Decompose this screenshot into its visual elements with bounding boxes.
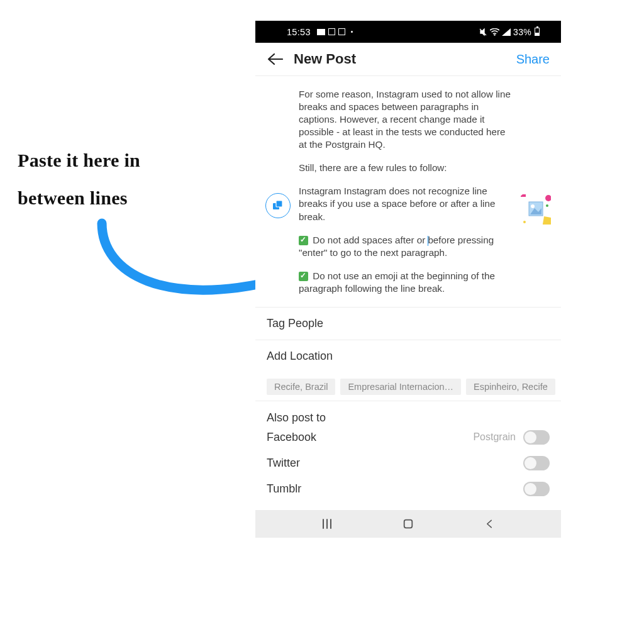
phone-frame: 15:53 33% New Post Share For so bbox=[255, 21, 561, 538]
caption-area[interactable]: For some reason, Instagram used to not a… bbox=[255, 76, 561, 308]
page-title: New Post bbox=[294, 51, 516, 67]
signal-icon bbox=[502, 28, 511, 36]
caption-p3: Instagram Instagram does not recognize l… bbox=[299, 185, 516, 223]
status-time: 15:53 bbox=[287, 27, 311, 37]
cross-post-facebook: Facebook Postgrain bbox=[255, 425, 561, 450]
location-chip[interactable]: Empresarial Internacion… bbox=[340, 379, 461, 395]
screen-icon bbox=[328, 28, 335, 35]
cross-post-tumblr: Tumblr bbox=[255, 476, 561, 502]
cross-post-label: Facebook bbox=[267, 431, 473, 444]
battery-pct: 33% bbox=[513, 27, 531, 37]
svg-rect-10 bbox=[404, 520, 413, 528]
tag-people-label: Tag People bbox=[267, 317, 323, 330]
cross-post-label: Twitter bbox=[267, 457, 523, 470]
back-icon[interactable] bbox=[483, 518, 496, 530]
location-chip[interactable]: Espinheiro, Recife bbox=[466, 379, 555, 395]
svg-rect-7 bbox=[543, 216, 551, 225]
check-icon bbox=[299, 236, 308, 245]
cross-post-label: Tumblr bbox=[267, 482, 523, 496]
wifi-icon bbox=[490, 28, 499, 36]
app-header: New Post Share bbox=[255, 43, 561, 76]
status-left: 15:53 bbox=[287, 27, 353, 37]
cross-post-twitter: Twitter bbox=[255, 450, 561, 476]
svg-rect-2 bbox=[276, 201, 282, 207]
home-icon[interactable] bbox=[402, 518, 414, 530]
check-icon bbox=[299, 272, 308, 281]
android-nav-bar bbox=[255, 510, 561, 538]
back-arrow-icon[interactable] bbox=[267, 53, 283, 65]
toggle-facebook[interactable] bbox=[523, 430, 550, 445]
toggle-twitter[interactable] bbox=[523, 456, 550, 470]
annotation-text: Paste it here in between lines bbox=[18, 142, 231, 217]
battery-icon bbox=[535, 28, 540, 36]
caption-p4: Do not add spaces after or before pressi… bbox=[299, 234, 516, 259]
also-post-heading: Also post to bbox=[255, 401, 561, 425]
caption-p1: For some reason, Instagram used to not a… bbox=[299, 88, 516, 151]
mute-icon bbox=[479, 28, 487, 36]
caption-p2: Still, there are a few rules to follow: bbox=[299, 162, 516, 174]
svg-point-9 bbox=[546, 204, 548, 207]
cross-post-sublabel: Postgrain bbox=[473, 431, 516, 443]
svg-point-5 bbox=[531, 204, 535, 208]
location-chip[interactable]: Recife, Brazil bbox=[267, 379, 335, 395]
add-location-row[interactable]: Add Location bbox=[255, 340, 561, 373]
svg-point-8 bbox=[523, 221, 526, 223]
picture-icon bbox=[338, 28, 345, 35]
stack-icon bbox=[272, 200, 284, 211]
recent-apps-icon[interactable] bbox=[321, 518, 333, 530]
gmail-icon bbox=[317, 29, 325, 35]
caption-text[interactable]: For some reason, Instagram used to not a… bbox=[299, 88, 518, 299]
svg-point-0 bbox=[494, 34, 495, 35]
annotation-line2: between lines bbox=[18, 179, 231, 217]
add-location-label: Add Location bbox=[267, 350, 333, 363]
status-right: 33% bbox=[479, 27, 540, 37]
status-bar: 15:53 33% bbox=[255, 21, 561, 43]
location-chips: Recife, Brazil Empresarial Internacion… … bbox=[255, 373, 561, 401]
tag-people-row[interactable]: Tag People bbox=[255, 308, 561, 340]
caption-p5: Do not use an emoji at the beginning of … bbox=[299, 270, 516, 295]
more-icon bbox=[351, 31, 353, 33]
share-button[interactable]: Share bbox=[516, 52, 550, 67]
annotation-line1: Paste it here in bbox=[18, 142, 231, 179]
post-thumbnail[interactable] bbox=[521, 194, 551, 225]
toggle-tumblr[interactable] bbox=[523, 482, 550, 496]
profile-avatar[interactable] bbox=[265, 193, 291, 218]
